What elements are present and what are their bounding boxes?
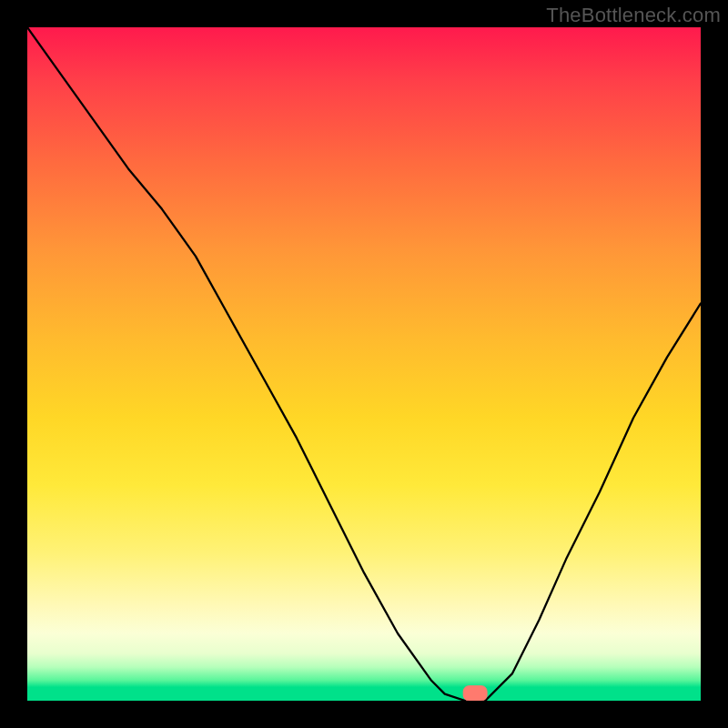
curve-line <box>27 27 701 701</box>
minimum-marker <box>463 686 487 701</box>
chart-frame: TheBottleneck.com <box>0 0 728 728</box>
bottleneck-curve <box>27 27 701 701</box>
watermark-text: TheBottleneck.com <box>546 4 721 27</box>
plot-area <box>27 27 701 701</box>
